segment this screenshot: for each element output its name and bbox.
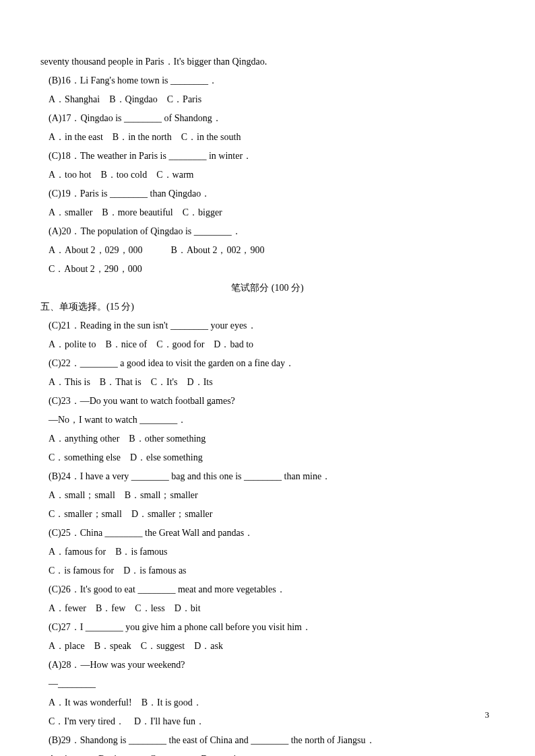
page-number: 3 [485,706,490,724]
q26-options: A．fewer B．few C．less D．bit [40,599,495,618]
q16-options: A．Shanghai B．Qingdao C．Paris [40,90,495,109]
q23-options-row2: C．something else D．else something [40,448,495,467]
q22-prompt: (C)22．________ a good idea to visit the … [40,354,495,373]
q27-options: A．place B．speak C．suggest D．ask [40,637,495,656]
q19-options: A．smaller B．more beautiful C．bigger [40,203,495,222]
q17-options: A．in the east B．in the north C．in the so… [40,128,495,147]
q26-prompt: (C)26．It's good to eat ________ meat and… [40,580,495,599]
passage-text: seventy thousand people in Paris．It's bi… [40,53,495,71]
q24-prompt: (B)24．I have a very ________ bag and thi… [40,467,495,486]
q16-prompt: (B)16．Li Fang's home town is ________． [40,71,495,90]
q22-options: A．This is B．That is C．It's D．Its [40,373,495,392]
q28-prompt: (A)28．—How was your weekend? [40,656,495,675]
q28-line2: —________ [40,675,495,693]
q20-options-row2: C．About 2，290，000 [40,260,495,279]
q28-options-row2: C．I'm very tired． D．I'll have fun． [40,712,495,731]
q23-prompt: (C)23．—Do you want to watch football gam… [40,392,495,411]
q25-prompt: (C)25．China ________ the Great Wall and … [40,524,495,543]
q21-prompt: (C)21．Reading in the sun isn't ________ … [40,316,495,335]
q29-prompt: (B)29．Shandong is ________ the east of C… [40,731,495,750]
q25-options-row1: A．famous for B．is famous [40,543,495,561]
q24-options-row2: C．smaller；small D．smaller；smaller [40,505,495,524]
q25-options-row2: C．is famous for D．is famous as [40,561,495,580]
q17-prompt: (A)17．Qingdao is ________ of Shandong． [40,109,495,128]
q24-options-row1: A．small；small B．small；smaller [40,486,495,505]
q27-prompt: (C)27．I ________ you give him a phone ca… [40,618,495,637]
q18-options: A．too hot B．too cold C．warm [40,166,495,184]
q21-options: A．polite to B．nice of C．good for D．bad t… [40,335,495,354]
q29-options: A．in；to B．in；on C．on；to D．at；in [40,750,495,756]
q18-prompt: (C)18．The weather in Paris is ________ i… [40,147,495,166]
q23-line2: —No，I want to watch ________． [40,411,495,429]
q19-prompt: (C)19．Paris is ________ than Qingdao． [40,184,495,203]
written-section-title: 笔试部分 (100 分) [40,279,495,298]
q20-prompt: (A)20．The population of Qingdao is _____… [40,222,495,241]
q23-options-row1: A．anything other B．other something [40,429,495,448]
page: seventy thousand people in Paris．It's bi… [0,0,535,756]
q20-options-row1: A．About 2，029，000 B．About 2，002，900 [40,241,495,260]
q28-options-row1: A．It was wonderful! B．It is good． [40,693,495,712]
section-5-heading: 五、单项选择。(15 分) [40,298,495,316]
